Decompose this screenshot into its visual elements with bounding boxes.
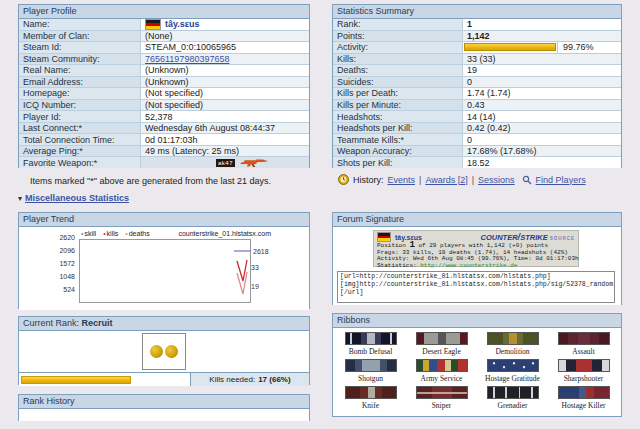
table-row: Shots per Kill: 18.52	[333, 157, 621, 168]
ribbon-caption: Army Service	[406, 374, 477, 383]
table-row: Total Connection Time: 0d 01:17:03h	[19, 134, 309, 146]
find-players-link[interactable]: Find Players	[536, 175, 586, 185]
headshots-label: Headshots:	[333, 111, 463, 122]
kills-label: Kills:	[333, 54, 463, 65]
table-row: Player Id: 52,378	[19, 111, 309, 123]
ribbon-caption: Shotgun	[335, 374, 406, 383]
ribbons-title: Ribbons	[333, 314, 621, 328]
current-rank-panel: Current Rank: Recruit Kills needed: 17 (…	[18, 316, 310, 385]
ribbon-item: Sharpshooter	[548, 359, 619, 383]
table-row: Teammate Kills:* 0	[333, 134, 621, 146]
ribbon-image	[416, 386, 468, 399]
table-row: Activity: 99.76%	[333, 42, 621, 54]
ribbon-caption: Bomb Defusal	[335, 347, 406, 356]
ribbon-caption: Desert Eagle	[406, 347, 477, 356]
rank-progress-bar	[19, 373, 191, 386]
kills-per-minute-label: Kills per Minute:	[333, 100, 463, 111]
statistics-summary-title: Statistics Summary	[333, 5, 621, 19]
history-label: History:	[353, 175, 384, 185]
table-row: Steam Id: STEAM_0:0:10065965	[19, 42, 309, 54]
player-profile-table: Name: tây.sεus Member of Clan: (None) St…	[19, 19, 309, 168]
steam-community-label: Steam Community:	[19, 54, 141, 65]
player-id-label: Player Id:	[19, 111, 141, 122]
ribbon-item: Knife	[335, 386, 406, 410]
activity-value: 99.76%	[463, 42, 621, 53]
steam-community-link[interactable]: 76561197980397658	[145, 54, 229, 64]
rank-value: 1	[463, 19, 621, 30]
weapon-accuracy-value: 17.68% (17.68%)	[463, 146, 621, 157]
deaths-end-label: 19	[251, 283, 259, 290]
legend-skill: •skill	[81, 230, 96, 237]
rank-coin-icon	[165, 345, 178, 358]
signature-player: tây.sεus	[377, 232, 422, 242]
current-rank-title: Current Rank: Recruit	[19, 317, 309, 331]
deaths-value: 19	[463, 65, 621, 76]
table-row: Member of Clan: (None)	[19, 31, 309, 43]
teammate-kills-value: 0	[463, 134, 621, 145]
icq-label: ICQ Number:	[19, 100, 141, 111]
suicides-label: Suicides:	[333, 77, 463, 88]
table-row: Weapon Accuracy: 17.68% (17.68%)	[333, 146, 621, 158]
rank-label: Rank:	[333, 19, 463, 30]
counter-strike-source-logo: COUNTER/STRIKE SOURCE	[481, 232, 575, 242]
weapon-accuracy-label: Weapon Accuracy:	[333, 146, 463, 157]
ribbon-image	[487, 386, 539, 399]
chart-series-layer: 2618 33 19	[79, 239, 289, 303]
rank-insignia-image	[142, 333, 186, 370]
ribbon-image	[487, 359, 539, 372]
table-row: Deaths: 19	[333, 65, 621, 77]
ribbon-item: Sniper	[406, 386, 477, 410]
table-row: Kills per Minute: 0.43	[333, 100, 621, 112]
real-name-label: Real Name:	[19, 65, 141, 76]
player-name: tây.sεus	[165, 19, 200, 29]
history-link-awards[interactable]: Awards [2]	[425, 175, 467, 185]
steam-community-value: 76561197980397658	[141, 54, 309, 65]
y-axis-tick: 1572	[47, 260, 75, 267]
player-trend-title: Player Trend	[19, 213, 309, 227]
ribbons-panel: Ribbons Bomb Defusal Desert Eagle Demoli…	[332, 313, 622, 417]
teammate-kills-label: Teammate Kills:*	[333, 134, 463, 145]
ribbon-image	[345, 386, 397, 399]
y-axis-tick: 2096	[47, 247, 75, 254]
table-row: Suicides: 0	[333, 77, 621, 89]
ribbon-item: Bomb Defusal	[335, 332, 406, 356]
chart-legend: •skill •kills •deaths	[81, 230, 150, 237]
ak47-icon	[239, 157, 269, 168]
kills-end-label: 33	[251, 264, 259, 271]
shots-per-kill-label: Shots per Kill:	[333, 157, 463, 168]
ribbons-grid: Bomb Defusal Desert Eagle Demolition Ass…	[333, 328, 621, 410]
misc-statistics-link[interactable]: Miscellaneous Statistics	[25, 193, 129, 203]
signature-stats-url: http://www.counterstrike.de	[420, 262, 517, 269]
history-link-events[interactable]: Events	[388, 175, 416, 185]
rank-progress-fill	[21, 376, 131, 384]
table-row: ICQ Number: (Not specified)	[19, 100, 309, 112]
history-bar: History: Events | Awards [2] | Sessions …	[338, 174, 586, 185]
player-profile-panel: Player Profile Name: tây.sεus Member of …	[18, 4, 310, 168]
table-row: Last Connect:* Wednesday 6th August 08:4…	[19, 123, 309, 135]
shots-per-kill-value: 18.52	[463, 157, 621, 168]
misc-statistics-row: ▾ Miscellaneous Statistics	[18, 193, 129, 203]
ribbon-caption: Knife	[335, 401, 406, 410]
headshots-per-kill-value: 0.42 (0.42)	[463, 123, 621, 134]
ribbon-caption: Demolition	[477, 347, 548, 356]
ribbon-image	[416, 332, 468, 345]
rank-history-body	[19, 409, 309, 421]
ribbon-image	[558, 332, 610, 345]
kills-needed: Kills needed: 17 (66%)	[191, 373, 309, 386]
activity-label: Activity:	[333, 42, 463, 53]
history-link-sessions[interactable]: Sessions	[478, 175, 515, 185]
clan-label: Member of Clan:	[19, 31, 141, 42]
chart-server-title: counterstrike_01.hlstatsx.com	[178, 230, 271, 237]
last-connect-value: Wednesday 6th August 08:44:37	[141, 123, 309, 134]
player-trend-chart: •skill •kills •deaths counterstrike_01.h…	[19, 227, 309, 310]
signature-bbcode-textarea[interactable]: [url=http://counterstrike_01.hlstatsx.co…	[337, 271, 615, 303]
history-clock-icon	[338, 174, 349, 185]
kills-needed-value: 17 (66%)	[258, 375, 290, 384]
weapon-name-badge: ak47	[216, 159, 235, 167]
table-row: Steam Community: 76561197980397658	[19, 54, 309, 66]
homepage-value: (Not specified)	[141, 88, 309, 99]
kills-per-death-value: 1.74 (1.74)	[463, 88, 621, 99]
search-icon	[522, 175, 532, 185]
y-axis-tick: 2620	[47, 234, 75, 241]
table-row: Headshots: 14 (14)	[333, 111, 621, 123]
